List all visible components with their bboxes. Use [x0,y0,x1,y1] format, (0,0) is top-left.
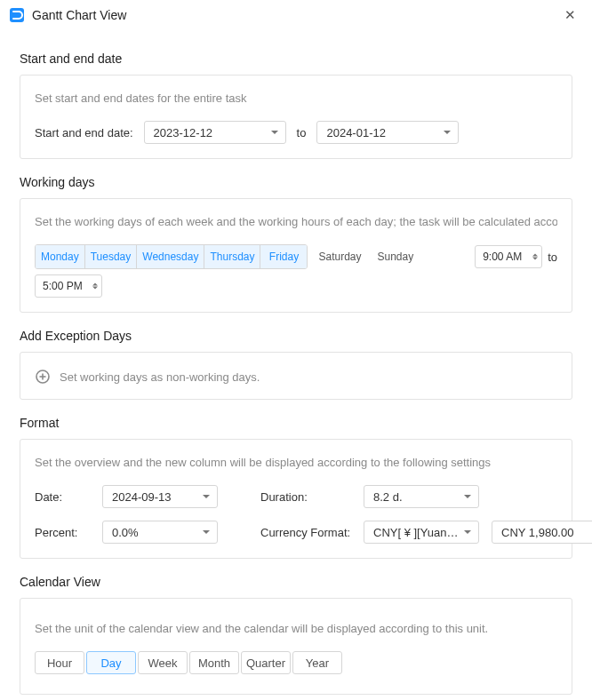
section-start-end-heading: Start and end date [20,52,572,66]
stepper-icon[interactable] [92,283,98,290]
panel-format: Set the overview and the new column will… [20,439,572,559]
panel-working: Set the working days of each week and th… [20,198,572,313]
format-currency-value-dropdown[interactable]: CNY 1,980.00 [492,521,592,544]
day-monday[interactable]: Monday [36,245,85,268]
end-date-value: 2024-01-12 [326,126,386,139]
format-duration-value: 8.2 d. [373,490,403,504]
format-percent-label: Percent: [35,526,99,539]
app-icon [9,7,25,23]
working-desc: Set the working days of each week and th… [35,215,557,228]
work-end-time[interactable]: 5:00 PM [35,274,102,298]
panel-calendar: Set the unit of the calendar view and th… [20,598,572,695]
panel-exception: Set working days as non-working days. [20,352,572,400]
calendar-desc: Set the unit of the calendar view and th… [35,622,557,635]
unit-month[interactable]: Month [189,651,239,674]
panel-start-end: Set start and end dates for the entire t… [20,75,572,159]
dates-to-label: to [297,126,307,139]
dialog-footer: OK Cancel [0,695,592,700]
stepper-icon[interactable] [532,254,538,260]
format-duration-label: Duration: [260,490,360,504]
working-to-label: to [548,251,557,264]
window-title: Gantt Chart View [32,8,559,22]
day-saturday[interactable]: Saturday [313,245,366,268]
format-duration-dropdown[interactable]: 8.2 d. [364,485,479,508]
work-start-time[interactable]: 9:00 AM [475,245,542,268]
format-currency-label: Currency Format: [260,526,360,539]
format-currency-value: CNY 1,980.00 [501,526,573,539]
section-exception-heading: Add Exception Days [20,329,572,343]
section-format-heading: Format [20,416,572,430]
format-date-dropdown[interactable]: 2024-09-13 [102,485,218,508]
day-wednesday[interactable]: Wednesday [137,245,204,268]
format-currency-type-value: CNY[ ¥ ][Yuan Ren... [373,526,460,539]
end-date-dropdown[interactable]: 2024-01-12 [316,121,459,144]
plus-circle-icon [35,369,51,385]
work-end-time-value: 5:00 PM [43,280,83,292]
day-sunday[interactable]: Sunday [372,245,420,268]
day-tuesday[interactable]: Tuesday [85,245,138,268]
unit-week[interactable]: Week [138,651,188,674]
format-currency-type-dropdown[interactable]: CNY[ ¥ ][Yuan Ren... [364,521,479,544]
add-exception-row[interactable]: Set working days as non-working days. [35,369,557,385]
start-end-label: Start and end date: [35,126,133,139]
work-start-time-value: 9:00 AM [483,251,522,263]
format-date-value: 2024-09-13 [112,490,172,504]
format-date-label: Date: [35,490,99,504]
format-percent-value: 0.0% [112,526,139,539]
unit-hour[interactable]: Hour [35,651,84,674]
unit-day[interactable]: Day [86,651,136,674]
day-thursday[interactable]: Thursday [204,245,260,268]
format-desc: Set the overview and the new column will… [35,456,557,469]
titlebar: Gantt Chart View ✕ [0,0,592,28]
weekday-group: Monday Tuesday Wednesday Thursday Friday [35,244,308,269]
day-friday[interactable]: Friday [260,245,307,268]
section-working-heading: Working days [20,175,572,189]
start-date-dropdown[interactable]: 2023-12-12 [144,121,286,144]
exception-desc: Set working days as non-working days. [60,370,260,384]
start-date-value: 2023-12-12 [154,126,213,139]
start-end-desc: Set start and end dates for the entire t… [35,91,557,105]
format-percent-dropdown[interactable]: 0.0% [102,521,218,544]
unit-year[interactable]: Year [292,651,342,674]
close-icon[interactable]: ✕ [559,5,581,25]
unit-quarter[interactable]: Quarter [241,651,291,674]
section-calendar-heading: Calendar View [20,575,572,589]
